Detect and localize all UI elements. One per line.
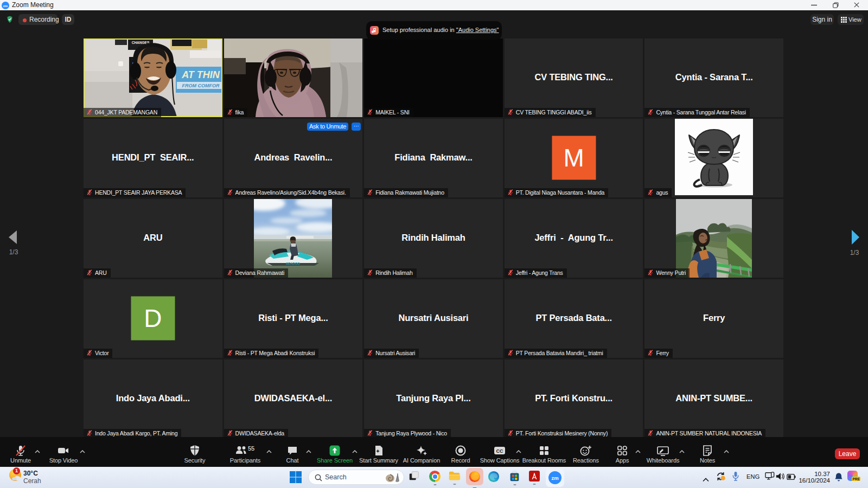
svg-text:zm: zm (3, 4, 8, 7)
svg-text:SEADOO: SEADOO (286, 262, 300, 265)
svg-text:CC: CC (496, 448, 503, 454)
svg-text:FROM COMFOR: FROM COMFOR (182, 83, 220, 88)
svg-text:55: 55 (248, 445, 254, 452)
svg-text:AT THIN: AT THIN (181, 69, 220, 80)
svg-text:zm: zm (551, 475, 558, 481)
